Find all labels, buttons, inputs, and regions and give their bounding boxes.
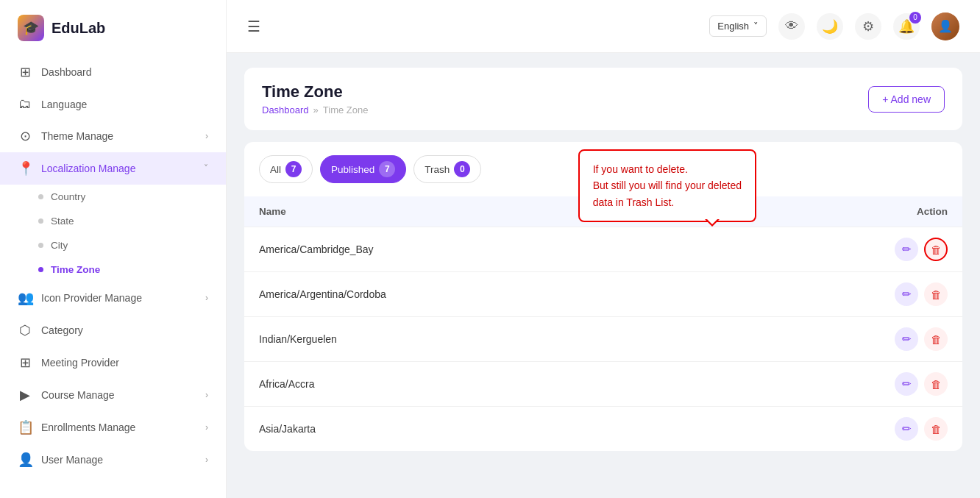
breadcrumb-current: Time Zone: [323, 104, 369, 115]
dot-active-icon: [38, 267, 43, 272]
filter-published-btn[interactable]: Published 7: [320, 155, 406, 183]
dashboard-icon: ⊞: [18, 64, 32, 80]
delete-button[interactable]: 🗑: [924, 417, 948, 441]
filter-all-label: All: [270, 164, 281, 175]
chevron-down-icon: ˅: [204, 163, 208, 174]
page-header-left: Time Zone Dashboard » Time Zone: [262, 82, 369, 115]
settings-btn[interactable]: ⚙: [855, 13, 881, 40]
add-new-button[interactable]: + Add new: [868, 86, 945, 113]
sidebar-item-label: Theme Manage: [41, 130, 113, 142]
cell-action: ✏ 🗑: [714, 317, 962, 362]
filter-trash-btn[interactable]: Trash 0: [413, 155, 481, 183]
main-content: ☰ English ˅ 👁 🌙 ⚙ 🔔 0 👤 Time Zone: [227, 0, 980, 498]
chevron-right-icon: ›: [205, 422, 208, 433]
table-row: Asia/Jakarta ✏ 🗑: [244, 407, 962, 452]
filter-all-btn[interactable]: All 7: [259, 155, 313, 183]
icon-provider-icon: 👥: [18, 290, 32, 306]
sidebar-sub-item-state[interactable]: State: [0, 209, 226, 233]
callout-line1: If you want to delete.: [593, 161, 742, 177]
sidebar-item-course-manage[interactable]: ▶ Course Manage ›: [0, 379, 226, 411]
dot-icon: [38, 243, 43, 248]
sidebar-item-label: Icon Provider Manage: [41, 292, 142, 304]
cell-name: Asia/Jakarta: [244, 407, 714, 452]
cell-action: ✏ 🗑: [714, 272, 962, 317]
eye-icon: 👁: [785, 18, 798, 34]
edit-button[interactable]: ✏: [895, 417, 918, 441]
sidebar-item-category[interactable]: ⬡ Category: [0, 314, 226, 346]
sidebar-item-dashboard[interactable]: ⊞ Dashboard: [0, 56, 226, 88]
chevron-down-icon: ˅: [753, 21, 759, 32]
sidebar-sub-item-city[interactable]: City: [0, 233, 226, 257]
delete-button[interactable]: 🗑: [924, 327, 948, 351]
sidebar-item-user-manage[interactable]: 👤 User Manage ›: [0, 444, 226, 476]
user-avatar[interactable]: 👤: [931, 13, 959, 40]
sidebar-sub-item-label: Time Zone: [51, 264, 100, 275]
menu-toggle-icon[interactable]: ☰: [247, 18, 260, 35]
cell-name: Indian/Kerguelen: [244, 317, 714, 362]
edit-button[interactable]: ✏: [895, 372, 918, 396]
callout-line3: data in Trash List.: [593, 194, 742, 210]
sidebar-sub-item-label: City: [51, 240, 68, 251]
filter-published-label: Published: [331, 164, 374, 175]
language-label: English: [717, 21, 749, 32]
sidebar-sub-item-country[interactable]: Country: [0, 185, 226, 209]
sidebar-item-label: Meeting Provider: [41, 357, 119, 369]
edit-button[interactable]: ✏: [895, 238, 918, 261]
filter-trash-count: 0: [454, 161, 470, 177]
theme-icon: ⊙: [18, 128, 32, 144]
sidebar-sub-item-time-zone[interactable]: Time Zone: [0, 257, 226, 282]
sidebar: 🎓 EduLab ⊞ Dashboard 🗂 Language ⊙ Theme …: [0, 0, 227, 498]
app-name: EduLab: [52, 20, 105, 37]
gear-icon: ⚙: [862, 18, 874, 35]
table-row: America/Cambridge_Bay ✏ 🗑: [244, 227, 962, 272]
enrollments-icon: 📋: [18, 419, 32, 435]
filter-trash-label: Trash: [425, 164, 450, 175]
chevron-right-icon: ›: [205, 293, 208, 303]
sidebar-item-icon-provider[interactable]: 👥 Icon Provider Manage ›: [0, 282, 226, 314]
sidebar-item-theme-manage[interactable]: ⊙ Theme Manage ›: [0, 120, 226, 152]
breadcrumb-separator: »: [313, 104, 319, 115]
breadcrumb: Dashboard » Time Zone: [262, 104, 369, 115]
sidebar-item-label: Category: [41, 324, 83, 336]
breadcrumb-home[interactable]: Dashboard: [262, 104, 309, 115]
app-logo[interactable]: 🎓 EduLab: [0, 0, 226, 56]
delete-button[interactable]: 🗑: [924, 282, 948, 306]
sidebar-item-label: Enrollments Manage: [41, 421, 135, 433]
notification-btn[interactable]: 🔔 0: [893, 13, 920, 40]
sidebar-item-label: Dashboard: [41, 66, 92, 78]
sidebar-item-enrollments[interactable]: 📋 Enrollments Manage ›: [0, 411, 226, 444]
view-icon-btn[interactable]: 👁: [778, 13, 805, 40]
cell-action: ✏ 🗑: [714, 362, 962, 407]
callout-line2: But still you will find your deleted: [593, 177, 742, 193]
sidebar-nav: ⊞ Dashboard 🗂 Language ⊙ Theme Manage › …: [0, 56, 226, 476]
sidebar-item-localization-manage[interactable]: 📍 Localization Manage ˅: [0, 152, 226, 185]
sidebar-sub-item-label: State: [51, 216, 74, 227]
delete-button[interactable]: 🗑: [924, 238, 948, 261]
language-icon: 🗂: [18, 96, 32, 112]
sidebar-item-language[interactable]: 🗂 Language: [0, 88, 226, 120]
sidebar-sub-item-label: Country: [51, 191, 85, 202]
filter-published-count: 7: [379, 161, 395, 177]
edit-button[interactable]: ✏: [895, 327, 918, 351]
edit-button[interactable]: ✏: [895, 282, 918, 306]
dark-mode-btn[interactable]: 🌙: [817, 13, 843, 40]
callout-box: If you want to delete. But still you wil…: [578, 149, 756, 222]
language-select[interactable]: English ˅: [709, 15, 767, 37]
topbar: ☰ English ˅ 👁 🌙 ⚙ 🔔 0 👤: [227, 0, 980, 53]
sidebar-item-meeting-provider[interactable]: ⊞ Meeting Provider: [0, 346, 226, 379]
sidebar-item-label: Course Manage: [41, 389, 115, 401]
table-row: Indian/Kerguelen ✏ 🗑: [244, 317, 962, 362]
filter-all-count: 7: [285, 161, 302, 177]
cell-name: America/Cambridge_Bay: [244, 227, 714, 272]
cell-action: ✏ 🗑: [714, 407, 962, 452]
chevron-right-icon: ›: [205, 390, 208, 400]
data-table: Name Action America/Cambridge_Bay ✏ 🗑 Am…: [244, 196, 962, 451]
notif-badge: 0: [909, 12, 921, 24]
chevron-right-icon: ›: [205, 131, 208, 141]
page-content: Time Zone Dashboard » Time Zone + Add ne…: [227, 53, 980, 498]
dot-icon: [38, 218, 43, 224]
page-title: Time Zone: [262, 82, 369, 102]
table-card: All 7 Published 7 Trash 0 If you want to…: [244, 142, 962, 451]
delete-button[interactable]: 🗑: [924, 372, 948, 396]
logo-icon: 🎓: [18, 15, 44, 41]
